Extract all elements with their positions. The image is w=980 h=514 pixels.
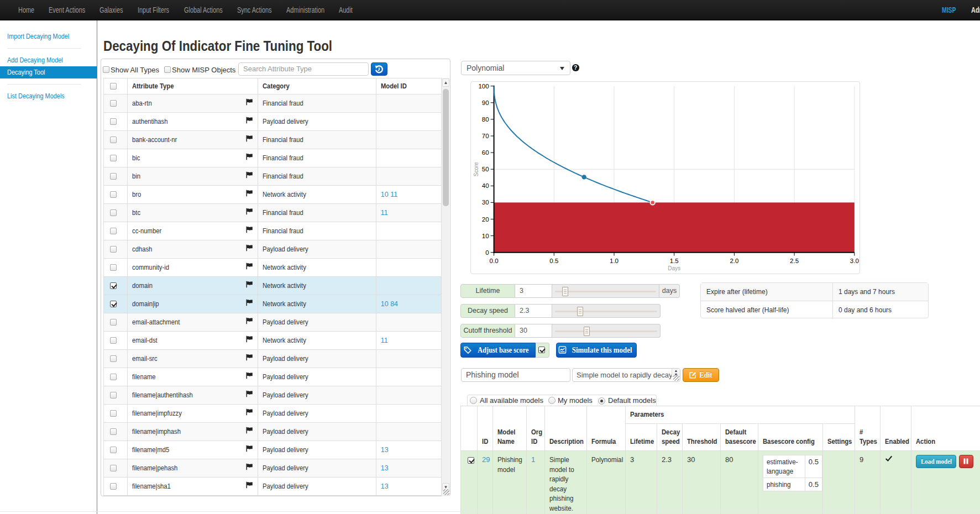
svg-text:100: 100 xyxy=(478,83,489,90)
svg-text:0.0: 0.0 xyxy=(490,258,499,264)
svg-text:60: 60 xyxy=(482,149,489,156)
svg-text:90: 90 xyxy=(482,99,489,106)
svg-text:3.0: 3.0 xyxy=(850,258,859,264)
svg-text:40: 40 xyxy=(482,182,489,189)
svg-text:10: 10 xyxy=(482,233,489,239)
svg-text:70: 70 xyxy=(482,133,489,139)
svg-text:80: 80 xyxy=(482,116,489,123)
svg-text:Score: Score xyxy=(473,162,479,177)
svg-text:0.5: 0.5 xyxy=(549,258,558,264)
svg-text:1.5: 1.5 xyxy=(670,258,679,264)
svg-text:Days: Days xyxy=(668,265,680,271)
svg-text:2.5: 2.5 xyxy=(790,258,799,264)
svg-text:2.0: 2.0 xyxy=(730,258,738,264)
svg-text:1.0: 1.0 xyxy=(610,258,619,264)
svg-text:0: 0 xyxy=(485,249,489,256)
svg-text:30: 30 xyxy=(482,199,489,206)
svg-text:20: 20 xyxy=(482,216,489,223)
svg-text:50: 50 xyxy=(482,166,489,172)
